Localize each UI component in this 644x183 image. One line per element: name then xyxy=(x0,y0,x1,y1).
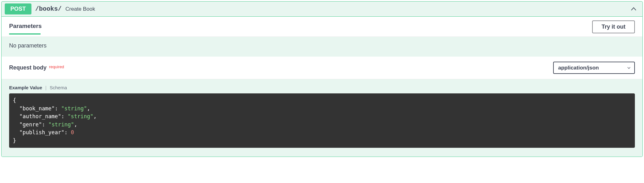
required-badge: required xyxy=(49,64,64,69)
operation-summary-row[interactable]: POST /books/ Create Book xyxy=(2,2,642,17)
request-body-header: Request body required application/json xyxy=(2,57,642,79)
endpoint-summary: Create Book xyxy=(65,6,95,12)
tab-divider: | xyxy=(45,85,47,90)
operation-block: POST /books/ Create Book Parameters Try … xyxy=(1,1,643,157)
chevron-up-icon[interactable] xyxy=(630,5,637,13)
parameters-title: Parameters xyxy=(9,23,42,34)
body-tabs: Example Value | Schema xyxy=(9,85,635,90)
tab-example-value[interactable]: Example Value xyxy=(9,85,42,90)
try-it-out-button[interactable]: Try it out xyxy=(592,20,635,33)
content-type-select-wrap: application/json xyxy=(553,62,635,74)
request-body-content: Example Value | Schema { "book_name": "s… xyxy=(2,79,642,157)
http-method-badge: POST xyxy=(5,3,31,14)
no-parameters-text: No parameters xyxy=(2,37,642,57)
content-type-select[interactable]: application/json xyxy=(553,62,635,74)
endpoint-path: /books/ xyxy=(35,5,62,13)
tab-underline xyxy=(9,33,41,35)
tab-schema[interactable]: Schema xyxy=(50,85,67,90)
parameters-header: Parameters Try it out xyxy=(2,17,642,37)
example-body-code[interactable]: { "book_name": "string", "author_name": … xyxy=(9,93,635,148)
request-body-title: Request body xyxy=(9,64,47,71)
